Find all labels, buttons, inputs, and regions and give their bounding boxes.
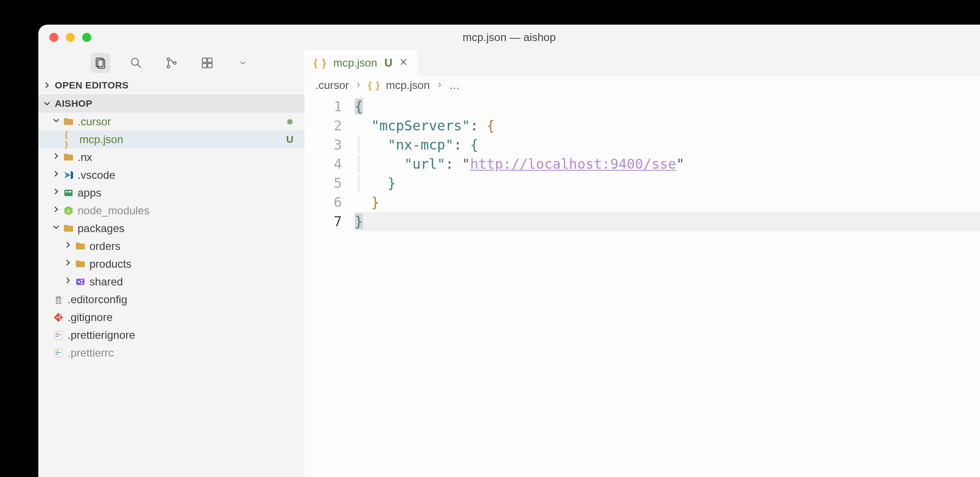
code-line[interactable]: } (355, 212, 980, 231)
svg-point-5 (167, 65, 170, 68)
explorer-icon[interactable] (90, 53, 110, 73)
svg-rect-13 (68, 191, 71, 192)
tree-item-products[interactable]: products (38, 255, 304, 273)
tree-item--vscode[interactable]: .vscode (38, 166, 304, 184)
folder-icon (75, 259, 86, 270)
json-file-icon: { } (314, 57, 327, 69)
chevron-right-icon (354, 79, 362, 92)
open-editors-section[interactable]: OPEN EDITORS (38, 76, 304, 94)
breadcrumb-seg-0[interactable]: .cursor (315, 79, 349, 92)
tree-item-packages[interactable]: packages (38, 219, 304, 237)
svg-point-4 (167, 58, 170, 61)
chevron-right-icon[interactable] (63, 258, 73, 270)
chevron-right-icon[interactable] (51, 169, 61, 181)
breadcrumb-tail[interactable]: … (449, 79, 460, 92)
tree-item-label: .gitignore (68, 311, 304, 324)
chevron-right-icon (42, 80, 52, 90)
svg-rect-9 (208, 63, 212, 67)
tab-name: mcp.json (333, 57, 377, 69)
code-line[interactable]: │ "nx-mcp": { (355, 135, 980, 155)
tree-item-orders[interactable]: orders (38, 237, 304, 255)
chevron-right-icon[interactable] (63, 275, 73, 288)
app-body: OPEN EDITORS AISHOP .cursor{ }mcp.jsonU.… (38, 50, 980, 477)
svg-rect-10 (208, 58, 212, 62)
close-window-icon[interactable] (49, 33, 58, 42)
svg-rect-28 (56, 336, 58, 337)
activity-bar (38, 50, 304, 76)
tree-item-label: .editorconfig (68, 293, 304, 306)
svg-point-16 (78, 281, 80, 283)
breadcrumbs[interactable]: .cursor { } mcp.json … (304, 76, 980, 94)
tree-item-label: .nx (78, 151, 304, 164)
chevron-right-icon[interactable] (51, 204, 61, 217)
git-icon (53, 312, 64, 323)
pretty-icon (53, 347, 64, 358)
code-line[interactable]: │ } (355, 174, 980, 193)
svg-rect-27 (56, 334, 61, 335)
tab-bar: { } mcp.json U (304, 50, 980, 76)
line-number[interactable]: 6 (304, 193, 342, 212)
shared-icon (75, 276, 86, 287)
chevron-right-icon[interactable] (51, 187, 61, 199)
folder-icon (63, 223, 74, 234)
source-control-icon[interactable] (162, 53, 182, 73)
svg-rect-7 (202, 58, 206, 62)
tree-item-mcp-json[interactable]: { }mcp.jsonU (38, 130, 304, 148)
tab-mcp-json[interactable]: { } mcp.json U (304, 50, 417, 76)
tree-item-label: node_modules (78, 204, 304, 217)
project-section[interactable]: AISHOP (38, 94, 304, 113)
code-editor[interactable]: 1234567 { "mcpServers": {│ "nx-mcp": {│ … (304, 94, 980, 231)
folder-icon (63, 116, 74, 127)
breadcrumb-seg-1[interactable]: mcp.json (386, 79, 430, 92)
line-number[interactable]: 4 (304, 155, 342, 174)
git-status-letter: U (286, 134, 293, 145)
code-line[interactable]: │ "url": "http://localhost:9400/sse" (355, 155, 980, 174)
chevron-right-icon[interactable] (51, 151, 61, 164)
tree-item-shared[interactable]: shared (38, 273, 304, 290)
svg-rect-12 (66, 191, 68, 192)
open-editors-label: OPEN EDITORS (55, 80, 129, 91)
tab-close-button[interactable] (399, 57, 408, 69)
chevron-down-icon[interactable] (51, 115, 61, 128)
vscode-icon (63, 170, 74, 181)
tree-item-node-modules[interactable]: jsnode_modules (38, 202, 304, 219)
extensions-icon[interactable] (197, 53, 217, 73)
editcfg-icon (53, 294, 64, 305)
zoom-window-icon[interactable] (82, 33, 91, 42)
window-title: mcp.json — aishop (38, 31, 980, 44)
tree-item-label: .vscode (78, 169, 304, 181)
folder-icon (75, 241, 86, 252)
tree-item-apps[interactable]: apps (38, 184, 304, 202)
pretty-icon (53, 330, 64, 341)
minimize-window-icon[interactable] (66, 33, 75, 42)
git-status-dot (287, 119, 293, 124)
chevron-right-icon[interactable] (63, 240, 73, 253)
activity-overflow-icon[interactable] (233, 53, 253, 73)
tree-item--gitignore[interactable]: .gitignore (38, 308, 304, 326)
tree-item--prettierrc[interactable]: .prettierrc (38, 344, 304, 362)
source[interactable]: { "mcpServers": {│ "nx-mcp": {│ "url": "… (355, 97, 980, 231)
code-line[interactable]: } (355, 193, 980, 212)
tree-item--cursor[interactable]: .cursor (38, 113, 304, 130)
folder-icon (63, 152, 74, 163)
tree-item--editorconfig[interactable]: .editorconfig (38, 290, 304, 308)
svg-rect-31 (56, 352, 61, 353)
apps-icon (63, 187, 74, 198)
line-number[interactable]: 2 (304, 116, 342, 135)
code-line[interactable]: "mcpServers": { (355, 116, 980, 135)
tree-item--prettierignore[interactable]: .prettierignore (38, 326, 304, 344)
tree-item--nx[interactable]: .nx (38, 148, 304, 166)
code-line[interactable]: { (355, 97, 980, 116)
search-icon[interactable] (126, 53, 146, 73)
tab-git-status: U (384, 57, 392, 69)
svg-rect-8 (202, 63, 206, 67)
tree-item-label: apps (78, 187, 304, 199)
line-number[interactable]: 7 (304, 212, 342, 231)
tree-item-label: .prettierrc (68, 347, 304, 359)
tree-item-label: .cursor (78, 115, 287, 128)
gutter: 1234567 (304, 97, 355, 231)
line-number[interactable]: 1 (304, 97, 342, 116)
line-number[interactable]: 3 (304, 135, 342, 155)
line-number[interactable]: 5 (304, 174, 342, 193)
chevron-down-icon[interactable] (51, 222, 61, 235)
